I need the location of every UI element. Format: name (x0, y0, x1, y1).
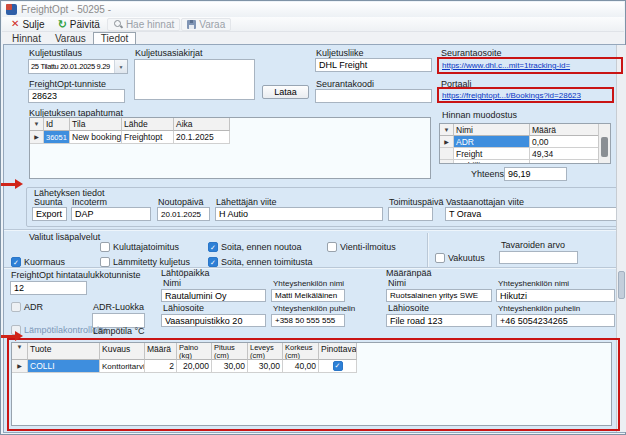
cell-paino[interactable]: 20,000 (177, 360, 212, 373)
checkbox-soita-ennen-noutoa[interactable]: ✓ Soita, ennen noutoa (208, 242, 302, 252)
cell-aika[interactable]: 20.1.2025 (174, 131, 230, 144)
suunta-field[interactable]: Export (32, 207, 67, 221)
toimituspaiva-field[interactable] (388, 207, 433, 221)
lahtopaikka-yhteyshenkilo-field[interactable]: Matti Meikäläinen (271, 289, 345, 302)
kuljetusliike-field[interactable]: DHL Freight (315, 58, 432, 72)
col-header-leveys[interactable]: Leveys(cm) (248, 343, 283, 360)
incoterm-field[interactable]: DAP (71, 207, 151, 221)
cell-id[interactable]: 36051 (44, 131, 70, 144)
adr-luokka-label: ADR-Luokka (93, 303, 144, 313)
cell-leveys[interactable]: 30,00 (248, 360, 283, 373)
checkbox-vakuutus[interactable]: ✓ Vakuutus (435, 253, 485, 263)
cell-lahde[interactable]: Freightopt (122, 131, 174, 144)
filter-icon[interactable]: ▼ (440, 124, 454, 136)
maaranpaa-nimi-field[interactable]: Ruotsalainen yritys SWE (386, 289, 492, 302)
row-selector[interactable] (440, 148, 454, 160)
cell-maara[interactable]: 2 (145, 360, 177, 373)
col-header-tila[interactable]: Tila (70, 118, 122, 131)
hintataulukkotunniste-field[interactable]: 12 (10, 281, 87, 295)
maaranpaa-yhteyshenkilo-field[interactable]: Hikutzi (496, 289, 615, 302)
checkbox-adr[interactable]: ✓ ADR (11, 302, 43, 312)
filter-icon[interactable]: ▼ (30, 118, 44, 131)
price-grid-scrollbar[interactable] (598, 124, 610, 163)
col-header-nimi[interactable]: Nimi (454, 124, 530, 136)
cell-nimi[interactable]: ADR (454, 136, 530, 148)
lahtopaikka-nimi-label: Nimi (163, 279, 181, 289)
checkbox-kuormaus[interactable]: ✓ Kuormaus (11, 257, 65, 267)
row-selector[interactable]: ▶ (30, 131, 44, 144)
noutopaiva-field[interactable]: 20.01.2025 (157, 207, 210, 221)
row-selector[interactable] (440, 160, 454, 164)
form-scrollbar[interactable] (616, 45, 626, 432)
col-header-maara[interactable]: Määrä (530, 124, 600, 136)
hae-hinnat-button[interactable]: Hae hinnat (107, 18, 180, 31)
cell-tila[interactable]: New booking (70, 131, 122, 144)
kuljetusasiakirjat-listbox[interactable] (134, 59, 255, 100)
checkbox-vienti-ilmoitus[interactable]: ✓ Vienti-ilmoitus (327, 242, 396, 252)
filter-icon[interactable]: ▼ (12, 343, 28, 360)
cell-pinottava[interactable]: ✓ (319, 360, 357, 373)
checkbox-kuluttajatoimitus[interactable]: ✓ Kuluttajatoimitus (100, 242, 179, 252)
valitut-lisapalvelut-title: Valitut lisäpalvelut (29, 233, 100, 243)
seurantakoodi-field[interactable] (315, 89, 432, 103)
row-current-icon: ▶ (444, 139, 449, 145)
table-row[interactable]: ▶ 36051 New booking Freightopt 20.1.2025 (30, 131, 430, 144)
vastaanottajan-viite-field[interactable]: T Orava (445, 207, 618, 221)
cell-maara[interactable]: 49,34 (530, 148, 600, 160)
lahtopaikka-nimi-field[interactable]: Rautalumini Oy (161, 289, 266, 302)
table-row[interactable]: ▶ COLLI Konttoritarvi... 2 20,000 30,00 … (12, 360, 611, 373)
cell-korkeus[interactable]: 40,00 (283, 360, 319, 373)
tab-hinnat[interactable]: Hinnat (5, 33, 48, 44)
cell-maara[interactable]: 0,00 (530, 136, 600, 148)
maaranpaa-lahiosoite-field[interactable]: File road 123 (386, 314, 492, 327)
col-header-maara[interactable]: Määrä (145, 343, 177, 360)
cell-kuvaus[interactable]: Konttoritarvi... (100, 360, 145, 373)
row-selector[interactable]: ▶ (12, 360, 28, 373)
seurantaosoite-link[interactable]: https://www.dhl.c...mit=1tracking-id= (442, 61, 570, 70)
sulje-button[interactable]: ✕ Sulje (5, 18, 51, 31)
tavaroiden-arvo-field[interactable] (499, 251, 578, 264)
maaranpaa-puhelin-field[interactable]: +46 5054234265 (496, 314, 615, 327)
checkbox-soita-ennen-toimitusta[interactable]: ✓ Soita, ennen toimitusta (208, 257, 313, 267)
col-header-tuote[interactable]: Tuote (28, 343, 100, 360)
kuljetustilaus-combobox[interactable]: 25 Tilattu 20.01.2025 9.29 ▼ (28, 59, 128, 74)
col-header-lahde[interactable]: Lähde (122, 118, 174, 131)
table-row[interactable]: Freight 49,34 (440, 148, 610, 160)
lahtopaikka-puhelin-field[interactable]: +358 50 555 555 (271, 314, 345, 327)
table-row[interactable]: ▶ ADR 0,00 (440, 136, 610, 148)
cell-nimi[interactable]: Mobiili (454, 160, 530, 164)
header-line: (cm) (250, 352, 274, 360)
checkbox-lammitetty-kuljetus[interactable]: ✓ Lämmitetty kuljetus (100, 257, 190, 267)
row-selector[interactable]: ▶ (440, 136, 454, 148)
sulje-label: Sulje (22, 19, 44, 30)
yhteensa-field[interactable]: 96,19 (504, 167, 567, 181)
col-header-pinottava[interactable]: Pinottava (319, 343, 357, 360)
lataa-button[interactable]: Lataa (262, 85, 309, 99)
col-header-aika[interactable]: Aika (174, 118, 230, 131)
cell-maara[interactable]: 46,85 (530, 160, 600, 164)
col-header-korkeus[interactable]: Korkeus(cm) (283, 343, 319, 360)
col-header-pituus[interactable]: Pituus(cm) (212, 343, 248, 360)
freightopt-tunniste-field[interactable]: 28623 (28, 89, 125, 103)
paivita-button[interactable]: ↻ Päivitä (52, 18, 106, 31)
chevron-down-icon[interactable]: ▼ (114, 60, 127, 73)
varaa-button[interactable]: Varaa (181, 18, 231, 31)
table-row[interactable]: Mobiili 46,85 (440, 160, 610, 164)
col-header-kuvaus[interactable]: Kuvaus (100, 343, 145, 360)
cell-nimi[interactable]: Freight (454, 148, 530, 160)
checkbox-label: Soita, ennen toimitusta (221, 257, 313, 267)
pinottava-checkbox[interactable]: ✓ (333, 361, 343, 371)
portaali-link[interactable]: https://freightopt...t/Bookings?id=28623 (442, 91, 581, 100)
tab-varaus[interactable]: Varaus (48, 33, 93, 44)
col-header-paino[interactable]: Paino(kg) (177, 343, 212, 360)
checkbox-box: ✓ (208, 257, 218, 267)
col-header-id[interactable]: Id (44, 118, 70, 131)
checkbox-box: ✓ (435, 253, 445, 263)
scrollbar-thumb[interactable] (601, 137, 608, 157)
cell-pituus[interactable]: 30,00 (212, 360, 248, 373)
tab-tiedot[interactable]: Tiedot (93, 32, 136, 44)
lahtopaikka-lahiosoite-field[interactable]: Vaasanpuistikko 20 (161, 314, 266, 327)
cell-tuote[interactable]: COLLI (28, 360, 100, 373)
lahettajan-viite-field[interactable]: H Autio (215, 207, 383, 221)
scrollbar-thumb[interactable] (618, 271, 625, 299)
